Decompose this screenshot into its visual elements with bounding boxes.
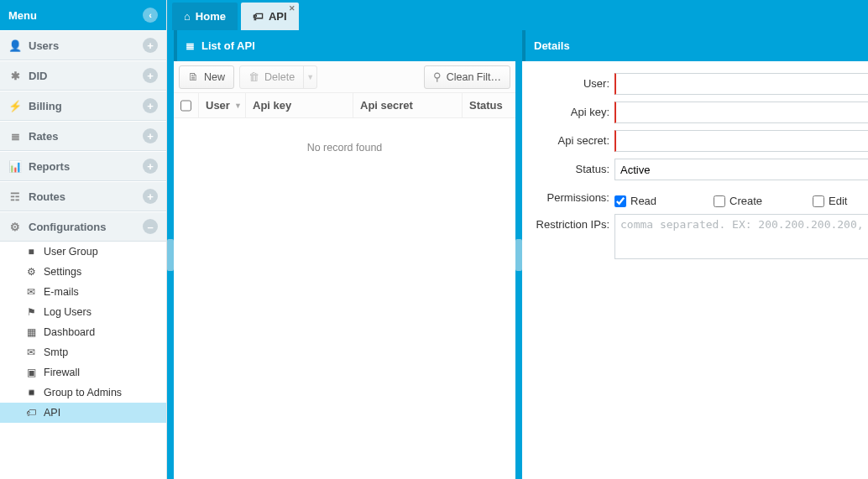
details-panel-header: Details ›: [522, 30, 868, 61]
expand-icon[interactable]: +: [143, 38, 158, 53]
sidebar-subitem-log-users[interactable]: ⚑Log Users: [0, 302, 166, 322]
sidebar-header: Menu ‹: [0, 0, 166, 30]
sidebar-item-configurations[interactable]: ⚙Configurations –: [0, 211, 166, 242]
column-api-key[interactable]: Api key: [246, 93, 353, 117]
perm-create[interactable]: Create: [714, 190, 796, 207]
checkbox-label: Read: [630, 195, 656, 207]
sidebar-subitem-label: Smtp: [44, 346, 68, 358]
api-key-label: Api key:: [532, 102, 614, 118]
sidebar-item-reports[interactable]: 📊Reports +: [0, 151, 166, 181]
settings-icon: ⚙: [25, 266, 37, 278]
sidebar-item-label: Reports: [29, 160, 70, 173]
expand-icon[interactable]: +: [143, 128, 158, 143]
left-splitter[interactable]: [167, 30, 174, 479]
collapse-icon[interactable]: –: [143, 219, 158, 234]
sidebar-subitem-label: Firewall: [44, 367, 80, 378]
column-label: Api key: [253, 99, 291, 112]
trash-icon: 🗑: [248, 70, 259, 83]
restriction-ips-field[interactable]: [614, 214, 868, 259]
perm-edit-checkbox[interactable]: [813, 195, 824, 207]
grid-empty-text: No record found: [174, 118, 515, 177]
users-icon: 👤: [8, 39, 22, 52]
button-label: Delete: [264, 71, 295, 83]
column-status[interactable]: Status: [463, 93, 515, 117]
new-button[interactable]: 🗎 New: [179, 65, 234, 89]
delete-button[interactable]: 🗑 Delete ▼: [239, 65, 317, 89]
sidebar-subitem-label: API: [44, 407, 60, 419]
sidebar-item-label: Users: [29, 39, 59, 52]
log-icon: ⚑: [25, 306, 37, 318]
chevron-down-icon[interactable]: ▼: [303, 66, 316, 88]
checkbox-label: Edit: [829, 195, 847, 207]
sidebar-item-label: DID: [29, 70, 47, 82]
perm-create-checkbox[interactable]: [714, 195, 725, 207]
billing-icon: ⚡: [8, 100, 22, 112]
user-group-icon: ■: [25, 246, 37, 258]
home-icon: ⌂: [184, 10, 191, 23]
column-user[interactable]: User▼: [199, 93, 246, 117]
sidebar-item-label: Rates: [29, 130, 58, 143]
perm-read-checkbox[interactable]: [614, 195, 626, 207]
checkbox-label: Create: [729, 195, 762, 207]
did-icon: ✱: [8, 70, 22, 82]
expand-icon[interactable]: +: [143, 159, 158, 174]
splitter-grip-icon: [167, 239, 174, 271]
mail-icon: ✉: [25, 286, 37, 298]
api-secret-field[interactable]: [614, 130, 868, 152]
sidebar-subitem-emails[interactable]: ✉E-mails: [0, 282, 166, 302]
expand-icon[interactable]: +: [143, 189, 158, 204]
sidebar-subitem-label: E-mails: [44, 286, 79, 298]
sidebar-subitem-label: Log Users: [44, 306, 92, 318]
configurations-icon: ⚙: [8, 221, 22, 233]
sidebar-item-routes[interactable]: ☶Routes +: [0, 181, 166, 211]
column-api-secret[interactable]: Api secret: [353, 93, 463, 117]
dashboard-icon: ▦: [25, 326, 37, 338]
expand-icon[interactable]: +: [143, 98, 158, 113]
routes-icon: ☶: [8, 190, 22, 203]
close-icon[interactable]: ✕: [289, 4, 295, 13]
sidebar-collapse-icon[interactable]: ‹: [143, 8, 158, 23]
sidebar: Menu ‹ 👤Users + ✱DID + ⚡Billing + ≣Rates…: [0, 0, 167, 479]
list-panel: ≣ List of API 🗎 New 🗑 Delete ▼ ⚲ Clean F…: [174, 30, 515, 479]
sidebar-subitem-user-group[interactable]: ■User Group: [0, 242, 166, 262]
sidebar-subitem-firewall[interactable]: ▣Firewall: [0, 362, 166, 383]
sidebar-submenu-configurations: ■User Group ⚙Settings ✉E-mails ⚑Log User…: [0, 242, 166, 423]
api-key-field[interactable]: [614, 102, 868, 123]
mail-icon: ✉: [25, 346, 37, 358]
restriction-ips-label: Restriction IPs:: [532, 214, 614, 231]
firewall-icon: ▣: [25, 367, 37, 378]
user-label: User:: [532, 73, 614, 90]
tag-icon: 🏷: [25, 407, 37, 419]
document-icon: 🗎: [188, 70, 199, 83]
expand-icon[interactable]: +: [143, 68, 158, 83]
tab-api[interactable]: 🏷 API ✕: [241, 3, 299, 30]
sidebar-subitem-api[interactable]: 🏷API: [0, 403, 166, 423]
list-panel-header: ≣ List of API: [174, 30, 515, 61]
grid-select-all[interactable]: [174, 93, 199, 117]
sidebar-title: Menu: [8, 9, 37, 22]
perm-read[interactable]: Read: [614, 190, 697, 207]
sidebar-subitem-settings[interactable]: ⚙Settings: [0, 262, 166, 282]
perm-edit[interactable]: Edit: [813, 190, 868, 207]
sidebar-item-label: Routes: [29, 190, 65, 203]
sidebar-subitem-group-to-admins[interactable]: ◾Group to Admins: [0, 383, 166, 403]
center-splitter[interactable]: [515, 30, 522, 479]
tag-icon: 🏷: [253, 10, 264, 23]
status-label: Status:: [532, 159, 614, 175]
chevron-down-icon[interactable]: ▼: [234, 102, 242, 110]
sidebar-item-label: Configurations: [29, 221, 106, 233]
user-field[interactable]: [614, 73, 868, 95]
group-icon: ◾: [25, 387, 37, 398]
select-all-checkbox[interactable]: [180, 100, 191, 112]
sidebar-subitem-dashboard[interactable]: ▦Dashboard: [0, 322, 166, 342]
sidebar-item-billing[interactable]: ⚡Billing +: [0, 91, 166, 121]
clean-filter-button[interactable]: ⚲ Clean Filt…: [424, 65, 510, 89]
sidebar-item-rates[interactable]: ≣Rates +: [0, 121, 166, 151]
sidebar-item-users[interactable]: 👤Users +: [0, 30, 166, 60]
status-select[interactable]: [614, 159, 868, 180]
tabstrip: ⌂ Home 🏷 API ✕: [167, 0, 868, 30]
tab-home[interactable]: ⌂ Home: [172, 3, 238, 30]
sidebar-subitem-smtp[interactable]: ✉Smtp: [0, 342, 166, 362]
sidebar-item-did[interactable]: ✱DID +: [0, 60, 166, 91]
api-secret-label: Api secret:: [532, 130, 614, 147]
